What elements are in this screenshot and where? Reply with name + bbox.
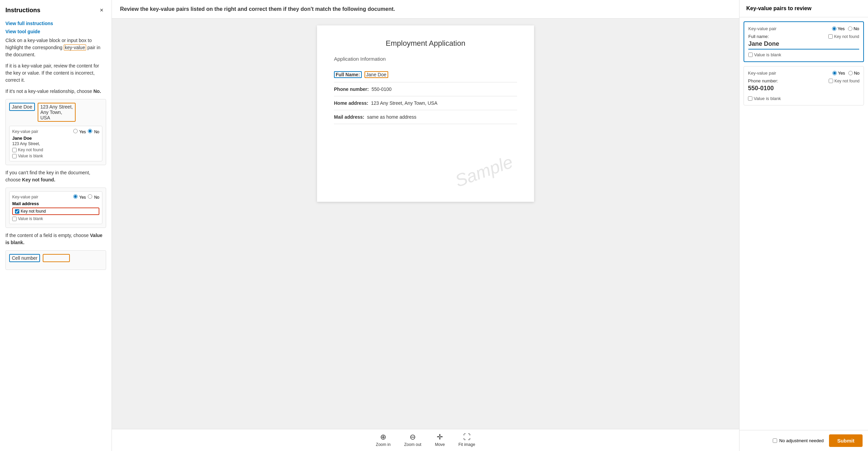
instructions-para3: If it's not a key-value relationship, ch… (5, 88, 106, 95)
example-kv-name: Jane Doe (12, 136, 99, 141)
fit-image-label: Fit image (458, 442, 475, 447)
kv-card-1-key-notfound-checkbox[interactable] (828, 34, 833, 39)
kv-card-2-key: Phone number: (748, 78, 778, 83)
move-label: Move (435, 442, 445, 447)
no-adjustment-checkbox[interactable] (773, 438, 777, 443)
zoom-in-icon: ⊕ (380, 433, 386, 441)
document-watermark: Sample (452, 152, 515, 191)
kv-card-1-no-label[interactable]: No (848, 26, 859, 31)
key-value-highlight: key-value (64, 44, 86, 51)
example-name-highlight: Jane Doe (9, 103, 35, 111)
close-button[interactable]: × (97, 5, 106, 15)
field-key-home-address: Home address: (334, 100, 368, 106)
field-value-home-address: 123 Any Street, Any Town, USA (371, 100, 437, 106)
example-key-not-found-label-1: Key not found (18, 148, 43, 152)
field-home-address[interactable]: Home address: 123 Any Street, Any Town, … (334, 96, 517, 110)
example-row-3: Cell number (9, 254, 102, 263)
kv-card-2-label: Key-value pair (748, 71, 776, 76)
kv-card-2-value[interactable]: 550-0100 (748, 85, 860, 93)
field-key-full-name[interactable]: Full Name: (334, 71, 362, 78)
submit-button[interactable]: Submit (829, 434, 863, 447)
instructions-para5: If the content of a field is empty, choo… (5, 232, 106, 246)
example-kv-key-2: Mail address (12, 201, 99, 206)
kv-card-1-blank-checkbox[interactable] (748, 53, 753, 57)
key-not-found-bold: Key not found. (22, 177, 55, 182)
document-header: Review the key-value pairs listed on the… (112, 0, 739, 19)
document-title: Employment Application (334, 39, 517, 48)
kv-card-1-key: Full name: (748, 34, 769, 39)
kv-card-2[interactable]: Key-value pair Yes No Phone number: Key … (744, 66, 864, 105)
kv-card-2-blank-row: Value is blank (748, 96, 860, 101)
document-section: Application Information (334, 56, 517, 62)
example-row-1: Jane Doe 123 Any Street, Any Town, USA (9, 103, 102, 123)
kvpairs-content: Key-value pair Yes No Full name: Key not… (739, 17, 868, 430)
no-bold: No. (93, 89, 101, 94)
instructions-panel: Instructions × View full instructions Vi… (0, 0, 112, 451)
kv-card-2-blank-checkbox[interactable] (748, 96, 752, 101)
kv-card-2-no-radio[interactable] (848, 71, 853, 75)
kv-card-1-value[interactable]: Jane Done (748, 40, 859, 50)
field-key-phone: Phone number: (334, 86, 369, 92)
example-value-blank-label-2: Value is blank (18, 216, 43, 221)
zoom-in-button[interactable]: ⊕ Zoom in (376, 433, 391, 447)
kv-card-2-no-label[interactable]: No (848, 71, 860, 76)
field-full-name[interactable]: Full Name: Jane Doe (334, 67, 517, 82)
example-value-blank-label-1: Value is blank (18, 154, 43, 158)
field-key-mail-address: Mail address: (334, 114, 364, 120)
fit-image-button[interactable]: ⛶ Fit image (458, 433, 475, 447)
example-kv-label-2: Key-value pair (12, 195, 38, 199)
kv-card-2-key-row: Phone number: Key not found (748, 78, 860, 83)
view-full-instructions-link[interactable]: View full instructions (5, 21, 106, 26)
example-cell-number-highlight: Cell number (9, 254, 40, 262)
kv-card-2-header: Key-value pair Yes No (748, 71, 860, 76)
example-kv-mini-box-1: Key-value pair Yes No Jane Doe 123 Any S… (9, 126, 102, 161)
kv-card-2-key-notfound-checkbox[interactable] (829, 79, 833, 83)
kvpairs-footer: No adjustment needed Submit (739, 430, 868, 451)
kv-card-1-yes-radio[interactable] (832, 26, 836, 31)
example-value-blank-checkbox-1[interactable] (12, 154, 17, 158)
kv-card-2-radios: Yes No (832, 71, 860, 76)
instructions-para2: If it is a key-value pair, review the co… (5, 62, 106, 84)
value-blank-bold: Value is blank. (5, 233, 102, 245)
move-button[interactable]: ✛ Move (435, 433, 445, 447)
instructions-header: Instructions × (5, 5, 106, 15)
kvpairs-header: Key-value pairs to review (739, 0, 868, 17)
example-kv-address: 123 Any Street, (12, 141, 99, 146)
kv-card-1[interactable]: Key-value pair Yes No Full name: Key not… (744, 21, 864, 62)
fit-image-icon: ⛶ (463, 433, 471, 441)
instructions-para4: If you can't find the key in the documen… (5, 169, 106, 183)
kv-card-1-yes-label[interactable]: Yes (832, 26, 845, 31)
example-radio-group-1: Yes No (73, 129, 99, 134)
example-key-not-found-checkbox-1[interactable] (12, 148, 17, 152)
field-value-full-name[interactable]: Jane Doe (364, 71, 388, 78)
example-value-blank-checkbox-2[interactable] (12, 217, 17, 221)
kv-card-1-blank-row: Value is blank (748, 52, 859, 57)
zoom-in-label: Zoom in (376, 442, 391, 447)
kv-card-1-label: Key-value pair (748, 26, 776, 31)
example-key-not-found-checkbox-2[interactable] (15, 209, 19, 214)
kv-card-2-blank-label: Value is blank (754, 96, 781, 101)
field-value-mail-address: same as home address (367, 114, 416, 120)
zoom-out-button[interactable]: ⊖ Zoom out (404, 433, 421, 447)
document-viewport[interactable]: Employment Application Application Infor… (112, 19, 739, 429)
example-kv-mini-box-2: Key-value pair Yes No Mail address Key n… (9, 191, 102, 224)
kv-card-1-key-notfound: Key not found (828, 34, 859, 39)
example-box-1: Jane Doe 123 Any Street, Any Town, USA K… (5, 99, 106, 165)
instructions-title: Instructions (5, 7, 40, 14)
field-phone-number[interactable]: Phone number: 550-0100 (334, 82, 517, 96)
view-tool-guide-link[interactable]: View tool guide (5, 29, 106, 34)
document-panel: Review the key-value pairs listed on the… (112, 0, 739, 451)
kv-card-2-yes-radio[interactable] (832, 71, 837, 75)
kv-card-2-key-notfound-label: Key not found (834, 79, 860, 83)
kv-card-1-no-radio[interactable] (848, 26, 852, 31)
field-mail-address[interactable]: Mail address: same as home address (334, 110, 517, 124)
kv-card-2-key-notfound: Key not found (829, 79, 860, 83)
example-key-not-found-checked: Key not found (12, 208, 99, 215)
kv-card-2-yes-label[interactable]: Yes (832, 71, 845, 76)
move-icon: ✛ (437, 433, 443, 441)
document-toolbar: ⊕ Zoom in ⊖ Zoom out ✛ Move ⛶ Fit image (112, 429, 739, 451)
kv-card-1-key-row: Full name: Key not found (748, 34, 859, 39)
example-address-highlight: 123 Any Street, Any Town, USA (38, 103, 76, 122)
example-radio-group-2: Yes No (73, 194, 99, 200)
kv-card-1-header: Key-value pair Yes No (748, 26, 859, 31)
